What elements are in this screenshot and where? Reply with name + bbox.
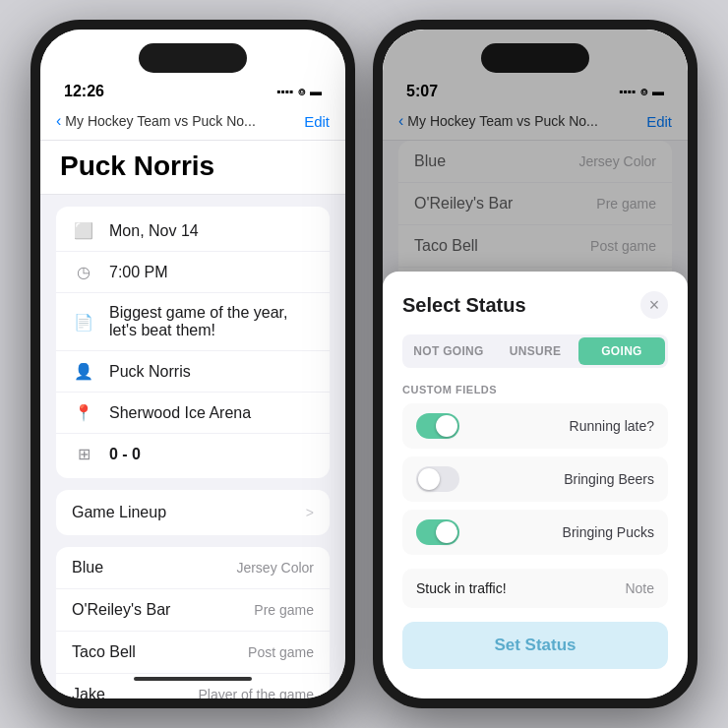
tab-going[interactable]: GOING [578, 337, 665, 365]
toggle-bringing-pucks-switch[interactable] [416, 519, 459, 545]
note-field[interactable]: Stuck in traffic! Note [402, 569, 668, 608]
back-arrow-left[interactable]: ‹ [56, 112, 61, 130]
custom-field-pregame: O'Reiley's Bar Pre game [56, 589, 330, 632]
left-phone: 12:26 ▪▪▪▪ ⌾ ▬ ‹ My Hockey Team vs Puck … [30, 20, 355, 708]
detail-location: 📍 Sherwood Ice Arena [56, 393, 330, 434]
document-icon: 📄 [72, 313, 95, 332]
detail-opponent: 👤 Puck Norris [56, 351, 330, 393]
person-icon: 👤 [72, 362, 95, 381]
detail-note: 📄 Biggest game of the year, let's beat t… [56, 293, 330, 351]
toggle-rows: Running late? Bringing Beers [402, 403, 668, 555]
opponent-text: Puck Norris [109, 363, 191, 381]
pregame-name: O'Reiley's Bar [72, 601, 170, 619]
status-tabs: NOT GOING UNSURE GOING [402, 334, 668, 368]
game-lineup-row[interactable]: Game Lineup > [56, 490, 330, 535]
toggle-bringing-beers-thumb [418, 468, 440, 490]
tab-not-going[interactable]: NOT GOING [405, 337, 492, 365]
modal-header: Select Status × [402, 291, 668, 319]
note-text: Biggest game of the year, let's beat the… [109, 304, 314, 339]
modal-close-button[interactable]: × [640, 291, 668, 319]
nav-bar-left: ‹ My Hockey Team vs Puck No... Edit [40, 108, 345, 141]
toggle-running-late-thumb [436, 415, 457, 437]
nav-title-left: My Hockey Team vs Puck No... [65, 113, 304, 129]
custom-field-jersey: Blue Jersey Color [56, 547, 330, 589]
custom-fields-section-label: CUSTOM FIELDS [402, 384, 668, 395]
toggle-bringing-pucks-thumb [436, 521, 457, 543]
custom-field-postgame: Taco Bell Post game [56, 632, 330, 674]
custom-fields-card-left: Blue Jersey Color O'Reiley's Bar Pre gam… [56, 547, 330, 698]
postgame-name: Taco Bell [72, 643, 136, 661]
modal-sheet: Select Status × NOT GOING UNSURE GOING C… [383, 272, 688, 698]
edit-button-left[interactable]: Edit [304, 113, 330, 130]
detail-score: ⊞ 0 - 0 [56, 434, 330, 474]
left-screen: 12:26 ▪▪▪▪ ⌾ ▬ ‹ My Hockey Team vs Puck … [40, 30, 345, 698]
note-label: Note [625, 580, 654, 596]
clock-icon: ◷ [72, 263, 95, 281]
toggle-bringing-pucks: Bringing Pucks [402, 510, 668, 555]
scoreboard-icon: ⊞ [72, 445, 95, 463]
time-text: 7:00 PM [109, 264, 168, 281]
score-text: 0 - 0 [109, 446, 141, 463]
signal-icon-left: ▪▪▪▪ [276, 85, 293, 98]
jersey-label: Jersey Color [236, 560, 314, 576]
modal-overlay: Select Status × NOT GOING UNSURE GOING C… [383, 30, 688, 698]
game-lineup-card: Game Lineup > [56, 490, 330, 535]
postgame-label: Post game [248, 644, 314, 660]
time-left: 12:26 [64, 83, 104, 100]
potg-name: Jake [72, 686, 105, 698]
toggle-running-late: Running late? [402, 403, 668, 449]
date-text: Mon, Nov 14 [109, 222, 199, 240]
home-indicator-left [134, 677, 252, 681]
right-screen: 5:07 ▪▪▪▪ ⌾ ▬ ‹ My Hockey Team vs Puck N… [383, 30, 688, 698]
dynamic-island-left [139, 43, 247, 73]
toggle-bringing-beers-switch[interactable] [416, 466, 459, 492]
tab-unsure[interactable]: UNSURE [492, 337, 578, 365]
toggle-running-late-switch[interactable] [416, 413, 459, 439]
left-screen-content: ⬜ Mon, Nov 14 ◷ 7:00 PM 📄 Biggest game o… [40, 195, 345, 698]
pregame-label: Pre game [254, 602, 314, 618]
note-value: Stuck in traffic! [416, 580, 507, 596]
details-card: ⬜ Mon, Nov 14 ◷ 7:00 PM 📄 Biggest game o… [56, 207, 330, 478]
jersey-name: Blue [72, 559, 103, 576]
toggle-bringing-pucks-label: Bringing Pucks [563, 524, 654, 540]
toggle-bringing-beers-label: Bringing Beers [564, 471, 654, 487]
toggle-running-late-label: Running late? [570, 418, 654, 434]
potg-label: Player of the game [198, 687, 314, 698]
modal-title: Select Status [402, 294, 526, 317]
calendar-icon: ⬜ [72, 221, 95, 240]
status-icons-left: ▪▪▪▪ ⌾ ▬ [276, 85, 322, 98]
game-lineup-chevron: > [306, 505, 314, 520]
page-title-left: Puck Norris [40, 141, 345, 195]
location-icon: 📍 [72, 403, 95, 422]
detail-date: ⬜ Mon, Nov 14 [56, 211, 330, 252]
toggle-bringing-beers: Bringing Beers [402, 456, 668, 502]
wifi-icon-left: ⌾ [298, 85, 305, 98]
battery-icon-left: ▬ [310, 85, 322, 98]
game-lineup-label: Game Lineup [72, 504, 166, 521]
set-status-button[interactable]: Set Status [402, 622, 668, 669]
right-phone: 5:07 ▪▪▪▪ ⌾ ▬ ‹ My Hockey Team vs Puck N… [373, 20, 698, 708]
detail-time: ◷ 7:00 PM [56, 252, 330, 293]
location-text: Sherwood Ice Arena [109, 404, 251, 422]
